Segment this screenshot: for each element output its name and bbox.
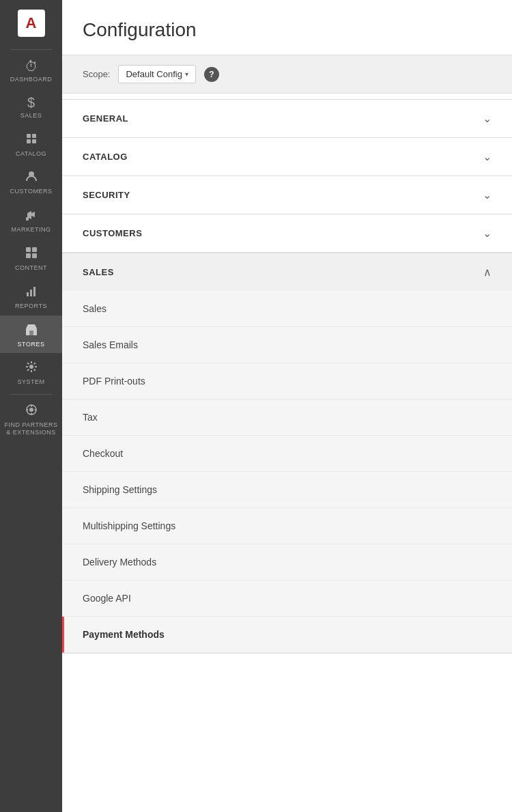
config-sections: GENERAL ⌄ CATALOG ⌄ SECURITY ⌄ CUSTOMERS… xyxy=(62,99,512,654)
catalog-icon xyxy=(25,132,38,148)
sales-item-label: PDF Print-outs xyxy=(83,376,145,387)
sales-item-google-api[interactable]: Google API xyxy=(62,580,512,617)
sales-item-label: Sales Emails xyxy=(83,339,138,350)
svg-point-17 xyxy=(29,408,33,412)
sidebar: A ⏱ DASHBOARD $ SALES CATALOG CUSTOMER xyxy=(0,0,62,812)
svg-point-20 xyxy=(30,405,32,407)
sales-item-pdf-print-outs[interactable]: PDF Print-outs xyxy=(62,363,512,400)
sidebar-item-label: FIND PARTNERS & EXTENSIONS xyxy=(3,421,59,436)
svg-rect-12 xyxy=(33,287,35,296)
sidebar-item-system[interactable]: SYSTEM xyxy=(0,353,62,391)
sales-items-list: Sales Sales Emails PDF Print-outs Tax Ch… xyxy=(62,291,512,653)
svg-rect-9 xyxy=(32,253,37,258)
section-general-header[interactable]: GENERAL ⌄ xyxy=(62,100,512,137)
svg-point-21 xyxy=(30,413,32,415)
sales-icon: $ xyxy=(27,96,35,109)
svg-rect-3 xyxy=(32,139,36,143)
sidebar-item-reports[interactable]: REPORTS xyxy=(0,277,62,316)
sidebar-divider-top xyxy=(11,49,52,50)
reports-icon xyxy=(25,284,38,300)
svg-rect-5 xyxy=(26,217,29,221)
chevron-down-icon: ▾ xyxy=(185,70,188,78)
sales-item-payment-methods[interactable]: Payment Methods xyxy=(62,617,512,653)
chevron-down-icon: ⌄ xyxy=(483,188,492,201)
sidebar-item-label: CATALOG xyxy=(16,150,46,158)
svg-rect-11 xyxy=(30,290,32,296)
chevron-up-icon: ∧ xyxy=(483,266,492,279)
section-sales-title: SALES xyxy=(83,267,114,277)
sidebar-item-label: CUSTOMERS xyxy=(10,188,53,195)
section-customers-header[interactable]: CUSTOMERS ⌄ xyxy=(62,214,512,252)
section-security-title: SECURITY xyxy=(83,190,130,200)
sales-item-multishipping-settings[interactable]: Multishipping Settings xyxy=(62,508,512,544)
sidebar-item-label: CONTENT xyxy=(15,264,47,272)
sales-item-sales-emails[interactable]: Sales Emails xyxy=(62,327,512,363)
sales-item-tax[interactable]: Tax xyxy=(62,400,512,436)
sales-item-label: Google API xyxy=(83,593,131,604)
section-sales: SALES ∧ Sales Sales Emails PDF Print-out… xyxy=(62,252,512,654)
section-customers: CUSTOMERS ⌄ xyxy=(62,214,512,253)
sidebar-item-customers[interactable]: CUSTOMERS xyxy=(0,163,62,201)
sidebar-item-label: SYSTEM xyxy=(17,378,44,386)
sidebar-item-partners[interactable]: FIND PARTNERS & EXTENSIONS xyxy=(0,397,62,440)
svg-rect-6 xyxy=(26,247,31,252)
svg-point-18 xyxy=(26,409,28,411)
main-content: Configuration Scope: Default Config ▾ ? … xyxy=(62,0,512,812)
svg-rect-1 xyxy=(32,134,36,138)
scope-value: Default Config xyxy=(126,69,182,79)
sidebar-item-label: STORES xyxy=(18,341,45,348)
section-general-title: GENERAL xyxy=(83,113,128,124)
section-general: GENERAL ⌄ xyxy=(62,99,512,138)
sidebar-item-catalog[interactable]: CATALOG xyxy=(0,125,62,163)
sidebar-item-label: DASHBOARD xyxy=(10,76,53,83)
dashboard-icon: ⏱ xyxy=(25,59,38,73)
chevron-down-icon: ⌄ xyxy=(483,227,492,240)
content-icon xyxy=(25,246,38,262)
scope-select[interactable]: Default Config ▾ xyxy=(118,65,195,83)
system-icon xyxy=(25,360,38,376)
scope-bar: Scope: Default Config ▾ ? xyxy=(62,55,512,94)
svg-point-15 xyxy=(29,365,33,369)
stores-icon xyxy=(25,322,38,338)
section-sales-header[interactable]: SALES ∧ xyxy=(62,253,512,291)
sales-item-label: Shipping Settings xyxy=(83,484,157,495)
section-catalog-title: CATALOG xyxy=(83,152,128,162)
partners-icon xyxy=(25,403,38,419)
help-icon[interactable]: ? xyxy=(204,67,219,82)
svg-rect-14 xyxy=(29,331,33,335)
sidebar-item-label: REPORTS xyxy=(15,303,47,310)
page-header: Configuration xyxy=(62,0,512,55)
sales-item-label: Multishipping Settings xyxy=(83,520,175,531)
sidebar-item-stores[interactable]: STORES xyxy=(0,316,62,354)
sidebar-item-label: MARKETING xyxy=(11,226,51,234)
sales-item-label: Delivery Methods xyxy=(83,557,156,568)
sales-item-label: Payment Methods xyxy=(83,629,165,640)
sidebar-item-dashboard[interactable]: ⏱ DASHBOARD xyxy=(0,53,62,89)
svg-rect-2 xyxy=(27,139,31,143)
section-customers-title: CUSTOMERS xyxy=(83,228,142,238)
sidebar-item-marketing[interactable]: MARKETING xyxy=(0,201,62,239)
sales-item-delivery-methods[interactable]: Delivery Methods xyxy=(62,544,512,580)
marketing-icon xyxy=(25,208,38,223)
sidebar-item-label: SALES xyxy=(20,112,42,120)
sidebar-item-sales[interactable]: $ SALES xyxy=(0,89,62,125)
sidebar-logo: A xyxy=(0,0,62,46)
customers-icon xyxy=(25,169,38,185)
svg-rect-0 xyxy=(27,134,31,138)
svg-point-19 xyxy=(34,409,36,411)
section-catalog-header[interactable]: CATALOG ⌄ xyxy=(62,138,512,176)
logo-icon: A xyxy=(26,16,37,31)
svg-rect-7 xyxy=(32,247,37,252)
page-title: Configuration xyxy=(83,19,492,41)
sales-item-checkout[interactable]: Checkout xyxy=(62,436,512,472)
logo-box: A xyxy=(18,10,45,37)
sidebar-divider-bottom xyxy=(11,394,52,395)
sales-item-shipping-settings[interactable]: Shipping Settings xyxy=(62,472,512,508)
scope-label: Scope: xyxy=(83,69,110,79)
sales-item-sales[interactable]: Sales xyxy=(62,291,512,327)
sidebar-item-content[interactable]: CONTENT xyxy=(0,239,62,277)
sales-item-label: Sales xyxy=(83,303,106,314)
section-security-header[interactable]: SECURITY ⌄ xyxy=(62,176,512,214)
help-text: ? xyxy=(209,70,214,79)
chevron-down-icon: ⌄ xyxy=(483,112,492,125)
